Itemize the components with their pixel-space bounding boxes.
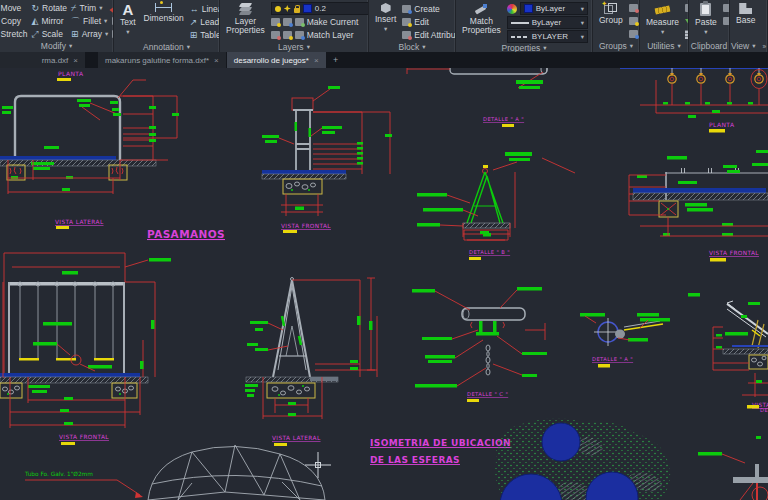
dome-note[interactable]: Tubo Fo. Galv. 1"Ø2mm bbox=[24, 445, 325, 500]
right-edge-detail[interactable]: DETA bbox=[698, 405, 768, 500]
panel-caret: ▾ bbox=[307, 43, 310, 51]
layer-dropdown[interactable]: 0.2 ▾ bbox=[271, 2, 369, 15]
block-panel-label[interactable]: Block▾ bbox=[369, 41, 455, 52]
eye-hook bbox=[668, 68, 676, 83]
linetype-dropdown[interactable]: BYLAYER ▾ bbox=[507, 30, 588, 43]
clipboard-panel-label[interactable]: Clipboard bbox=[689, 40, 729, 52]
move-button[interactable]: ✥Move bbox=[0, 2, 27, 14]
rotate-button[interactable]: ↻Rotate bbox=[31, 2, 67, 14]
group-select-button[interactable] bbox=[629, 28, 638, 40]
drawing-canvas[interactable]: PLANTA VISTA LATERAL PASA bbox=[0, 68, 768, 500]
mirror-button[interactable]: ◭Mirror bbox=[31, 15, 67, 27]
detalle-a-top-label[interactable]: DETALLE " A " bbox=[483, 116, 524, 122]
vista-lateral-label[interactable]: VISTA LATERAL bbox=[55, 219, 104, 225]
scale-button[interactable]: ⤢Scale bbox=[31, 28, 67, 40]
edit-attributes-button[interactable]: Edit Attributes▾ bbox=[402, 29, 456, 41]
tube-section-detail[interactable]: DETALLE " A " bbox=[580, 293, 700, 368]
isometria-line2[interactable]: DE LAS ESFERAS bbox=[370, 455, 460, 465]
layer-properties-button[interactable]: LayerProperties bbox=[224, 2, 267, 36]
eye-hook bbox=[697, 68, 705, 83]
match-properties-button[interactable]: MatchProperties bbox=[460, 2, 503, 36]
eye-hook bbox=[726, 68, 734, 83]
copy-button[interactable]: ❐Copy bbox=[0, 15, 27, 27]
handrail-front-view[interactable]: VISTA FRONTAL bbox=[262, 86, 392, 233]
leader-button[interactable]: ↗Leader▾ bbox=[190, 16, 220, 28]
autocad-window: ✥Move ❐Copy ⇲Stretch ↻Rotate ◭Mirror ⤢Sc… bbox=[0, 0, 768, 500]
swing-seat-detail[interactable]: DETALLE " C " bbox=[367, 230, 547, 402]
hooks-plan-view[interactable]: PLANTA bbox=[620, 68, 768, 133]
close-tab-icon[interactable]: × bbox=[214, 56, 219, 65]
group-icon: ✦ bbox=[604, 3, 617, 14]
tube-detail-top[interactable]: DETALLE " A " bbox=[407, 68, 547, 127]
panel-annotation: AText▾ Dimension ↔Linear▾ ↗Leader▾ ⊞Tabl… bbox=[114, 0, 220, 52]
fillet-button[interactable]: ⌒Fillet▾ bbox=[71, 15, 108, 27]
aframe-side-view[interactable]: VISTA LATERAL bbox=[245, 278, 377, 447]
make-current-button[interactable]: Make Current bbox=[271, 16, 369, 28]
insert-button[interactable]: Insert▾ bbox=[373, 2, 398, 34]
swing-aframe-front[interactable]: DETALLE " B " bbox=[417, 152, 575, 260]
measure-button[interactable]: Measure▾ bbox=[644, 2, 681, 37]
groups-panel-label[interactable]: Groups▾ bbox=[593, 40, 639, 52]
trim-button[interactable]: ⌿Trim▾ bbox=[71, 2, 108, 14]
array-button[interactable]: ⊞Array▾ bbox=[71, 28, 108, 40]
view-panel-label[interactable]: View▾» bbox=[730, 40, 767, 52]
base-button[interactable]: Base bbox=[734, 2, 757, 26]
layers-panel-label[interactable]: Layers▾ bbox=[220, 41, 368, 52]
detalle-b-label[interactable]: DETALLE " B " bbox=[469, 249, 510, 255]
utilities-panel-label[interactable]: Utilities▾ bbox=[640, 40, 688, 52]
file-tab-2[interactable]: makaruns galutine forma.dxf*× bbox=[98, 52, 227, 68]
lineweight-dropdown[interactable]: ByLayer ▾ bbox=[507, 16, 588, 29]
group-edit-icon bbox=[629, 17, 638, 25]
detalle-a-mid-label[interactable]: DETALLE " A " bbox=[592, 356, 633, 362]
ground-section-right[interactable]: VISTA FRONTAL bbox=[629, 150, 768, 262]
match-layer-button[interactable]: Match Layer bbox=[271, 29, 369, 41]
file-tab-3-active[interactable]: desarrollo de juegos*× bbox=[227, 52, 327, 68]
new-tab-button[interactable]: + bbox=[327, 52, 345, 68]
vista-frontal-swings-label[interactable]: VISTA FRONTAL bbox=[59, 434, 109, 440]
annotation-panel-label[interactable]: Annotation▾ bbox=[114, 41, 219, 52]
tubo-note-text[interactable]: Tubo Fo. Galv. 1"Ø2mm bbox=[24, 471, 93, 477]
cut-clip-button[interactable] bbox=[723, 15, 730, 27]
close-tab-icon[interactable]: × bbox=[73, 56, 78, 65]
pasamanos-title[interactable]: PASAMANOS bbox=[147, 228, 225, 240]
properties-panel-label[interactable]: Properties▾ bbox=[456, 43, 592, 52]
handrail-side-view[interactable]: PLANTA VISTA LATERAL bbox=[0, 70, 179, 229]
spheres-isometric[interactable] bbox=[495, 418, 670, 500]
copy-clip-button[interactable] bbox=[723, 2, 730, 14]
close-tab-icon[interactable]: × bbox=[314, 56, 319, 65]
detalle-c-label[interactable]: DETALLE " C " bbox=[467, 391, 508, 397]
vista-frontal-label[interactable]: VISTA FRONTAL bbox=[281, 223, 331, 229]
model-space[interactable]: PLANTA VISTA LATERAL PASA bbox=[0, 68, 768, 500]
vista-frontal-right-label[interactable]: VISTA FRONTAL bbox=[709, 250, 759, 256]
panel-caret: ▾ bbox=[187, 43, 190, 51]
paste-button[interactable]: Paste▾ bbox=[693, 2, 719, 37]
detalle-cut-label[interactable]: DETA bbox=[760, 407, 768, 413]
edit-block-button[interactable]: Edit bbox=[402, 16, 456, 28]
ungroup-button[interactable] bbox=[629, 2, 638, 14]
swing-set-front-view[interactable]: VISTA FRONTAL bbox=[0, 253, 171, 445]
table-button[interactable]: ⊞Table bbox=[190, 29, 220, 41]
eye-hook-circled bbox=[751, 68, 767, 89]
isometria-title[interactable]: ISOMETRIA DE UBICACION DE LAS ESFERAS bbox=[370, 438, 511, 465]
text-button[interactable]: AText▾ bbox=[118, 2, 138, 37]
planta-label-left[interactable]: PLANTA bbox=[58, 70, 84, 77]
dimension-button[interactable]: Dimension bbox=[142, 2, 186, 24]
group-button[interactable]: ✦Group bbox=[597, 2, 625, 26]
layer-thaw-icon bbox=[284, 5, 291, 12]
object-color-swatch bbox=[524, 4, 533, 13]
isometria-line1[interactable]: ISOMETRIA DE UBICACION bbox=[370, 438, 511, 448]
slide-side-view[interactable]: VISTA F bbox=[713, 301, 768, 408]
planta-label-right[interactable]: PLANTA bbox=[709, 121, 735, 128]
vista-lateral-aframe-label[interactable]: VISTA LATERAL bbox=[272, 435, 321, 441]
object-color-dropdown[interactable]: ByLayer ▾ bbox=[520, 2, 588, 15]
group-edit-button[interactable] bbox=[629, 15, 638, 27]
layer-on-icon bbox=[275, 6, 281, 12]
layer-state-icon bbox=[283, 18, 292, 26]
linear-button[interactable]: ↔Linear▾ bbox=[190, 3, 220, 15]
create-block-button[interactable]: Create bbox=[402, 3, 456, 15]
modify-panel-label[interactable]: Modify▾ bbox=[0, 40, 113, 52]
trim-icon: ⌿ bbox=[71, 4, 76, 13]
stretch-button[interactable]: ⇲Stretch bbox=[0, 28, 27, 40]
file-tab-1[interactable]: rma.dxf× bbox=[0, 52, 86, 68]
ribbon-overflow-chevron[interactable]: » bbox=[762, 43, 766, 50]
